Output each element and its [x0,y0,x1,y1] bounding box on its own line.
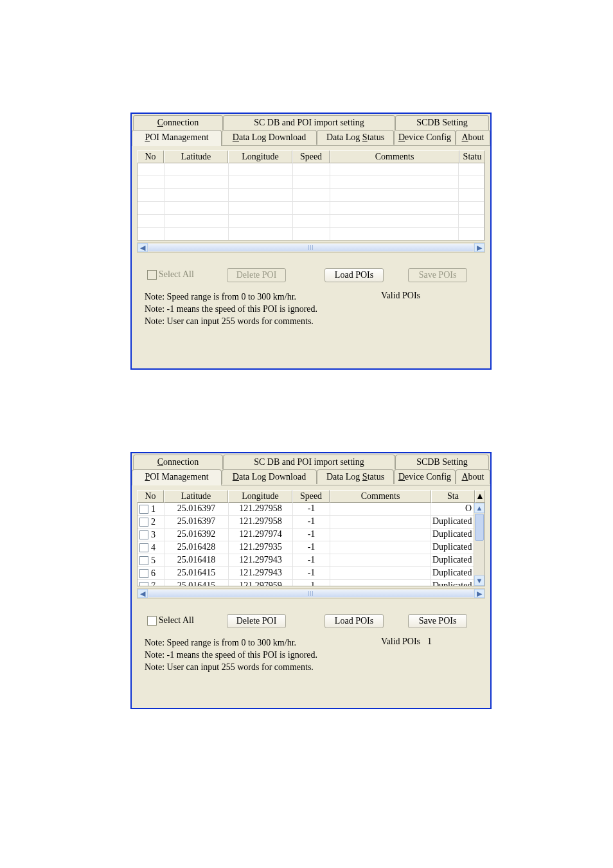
tab-scdb-setting[interactable]: SCDB Setting [395,455,489,469]
tab-about[interactable]: About [456,130,490,145]
tab-scdb-poi-import[interactable]: SC DB and POI import setting [223,115,395,130]
poi-management-panel-loaded: Connection SC DB and POI import setting … [130,452,492,709]
tab-connection[interactable]: Connection [133,455,223,469]
tab-connection[interactable]: Connection [133,115,223,130]
poi-management-panel-empty: Connection SC DB and POI import setting … [130,113,492,370]
tab-data-log-download[interactable]: Data Log Download [222,469,317,484]
tab-strip: Connection SC DB and POI import setting … [132,453,490,485]
tab-about[interactable]: About [456,469,490,484]
tab-scdb-setting[interactable]: SCDB Setting [395,115,489,130]
tab-device-config[interactable]: Device Config [394,469,456,484]
tab-data-log-status[interactable]: Data Log Status [317,130,394,145]
tab-scdb-poi-import[interactable]: SC DB and POI import setting [223,455,395,469]
tab-poi-management[interactable]: POI Management [132,469,222,485]
tab-poi-management[interactable]: POI Management [132,130,222,146]
tab-device-config[interactable]: Device Config [394,130,456,145]
tab-strip: Connection SC DB and POI import setting … [132,114,490,145]
tab-data-log-download[interactable]: Data Log Download [222,130,317,145]
tab-data-log-status[interactable]: Data Log Status [317,469,394,484]
